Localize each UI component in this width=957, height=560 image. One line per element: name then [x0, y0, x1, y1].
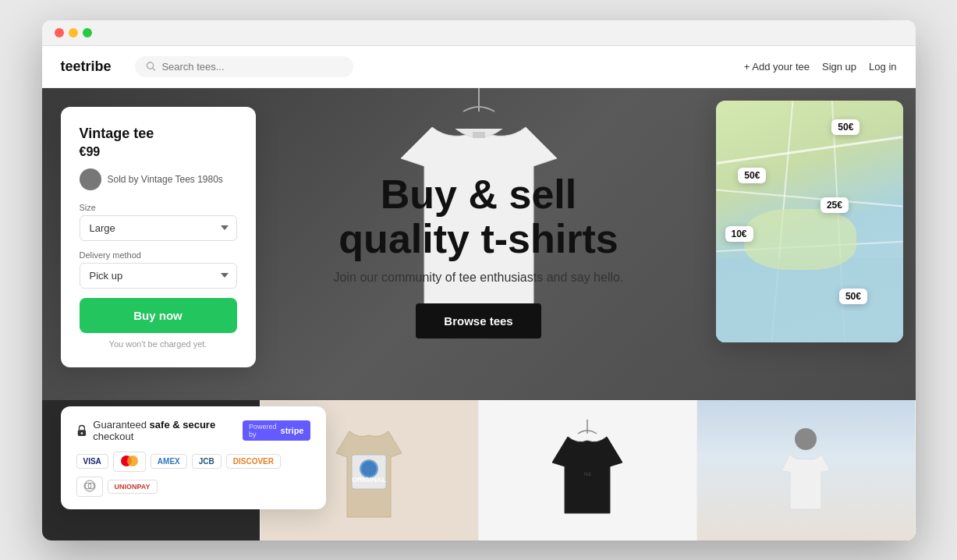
svg-point-7 [361, 461, 377, 477]
svg-point-14 [80, 432, 83, 434]
product-card-4[interactable] [697, 400, 916, 541]
products-row: ORIGINAL TEE [42, 400, 916, 541]
delivery-label: Delivery method [80, 250, 237, 260]
navbar-right: + Add your tee Sign up Log in [744, 61, 897, 73]
seller-avatar [80, 168, 101, 190]
hero-section: Buy & sell quality t-shirts Join our com… [42, 88, 916, 400]
secure-checkout-panel: Guaranteed safe & secure checkout Powere… [61, 406, 326, 509]
product-card-3[interactable]: TEE [479, 400, 697, 541]
svg-text:TEE: TEE [583, 472, 591, 477]
svg-point-17 [84, 480, 95, 491]
logo: teetribe [61, 58, 112, 75]
browser-bar [42, 20, 916, 46]
card-visa: VISA [76, 454, 108, 469]
main-content: Buy & sell quality t-shirts Join our com… [42, 88, 916, 541]
minimize-dot[interactable] [69, 28, 78, 37]
close-dot[interactable] [55, 28, 64, 37]
price-bubble-1: 50€ [831, 119, 860, 135]
search-bar[interactable] [135, 56, 353, 77]
product-name: Vintage tee [80, 126, 237, 142]
price-bubble-5: 50€ [839, 289, 867, 304]
secure-title-row: Guaranteed safe & secure checkout Powere… [76, 419, 310, 442]
add-tee-link[interactable]: + Add your tee [744, 61, 810, 73]
buy-now-button[interactable]: Buy now [80, 298, 237, 333]
browse-tees-button[interactable]: Browse tees [416, 303, 541, 338]
svg-point-16 [127, 455, 138, 466]
stripe-badge: Powered by stripe [243, 420, 310, 441]
lock-icon [76, 424, 87, 438]
signup-link[interactable]: Sign up [822, 61, 856, 73]
navbar: teetribe + Add your tee Sign up Log in [42, 46, 916, 88]
product-panel: Vintage tee €99 Sold by Vintage Tees 198… [61, 107, 256, 367]
price-bubble-2: 50€ [738, 168, 766, 183]
browser-window: teetribe + Add your tee Sign up Log in [42, 20, 916, 541]
seller-row: Sold by Vintage Tees 1980s [80, 168, 237, 190]
price-bubble-3: 25€ [821, 197, 849, 213]
product-price: €99 [80, 145, 237, 159]
card-jcb: JCB [192, 454, 222, 469]
hero-title: Buy & sell quality t-shirts [334, 172, 624, 261]
payment-cards-row: VISA AMEX JCB DISCOVER [76, 452, 310, 497]
search-input[interactable] [161, 61, 342, 73]
map-background: 50€ 50€ 25€ 10€ 50€ [716, 101, 903, 342]
card-diners [76, 477, 103, 497]
card-amex: AMEX [151, 454, 187, 469]
card-unionpay: UNIONPAY [108, 480, 158, 494]
map-panel: 50€ 50€ 25€ 10€ 50€ [716, 101, 903, 342]
login-link[interactable]: Log in [869, 61, 896, 73]
browser-dots [55, 28, 92, 37]
card-discover: DISCOVER [226, 454, 281, 469]
seller-name: Sold by Vintage Tees 1980s [108, 174, 223, 185]
delivery-select[interactable]: Pick up Delivery [80, 263, 237, 289]
price-bubble-4: 10€ [725, 226, 753, 242]
size-label: Size [80, 203, 237, 212]
svg-point-12 [795, 428, 817, 450]
hero-content: Buy & sell quality t-shirts Join our com… [334, 172, 624, 338]
card-mastercard [113, 452, 146, 472]
maximize-dot[interactable] [83, 28, 92, 37]
search-icon [146, 61, 156, 72]
secure-text: Guaranteed safe & secure checkout [93, 419, 236, 442]
size-select[interactable]: Large Small Medium XL [80, 215, 237, 241]
svg-text:ORIGINAL: ORIGINAL [352, 476, 387, 484]
svg-rect-3 [473, 132, 485, 138]
no-charge-text: You won't be charged yet. [80, 339, 237, 349]
svg-line-1 [152, 68, 154, 70]
hero-subtitle: Join our community of tee enthusiasts an… [334, 271, 624, 285]
